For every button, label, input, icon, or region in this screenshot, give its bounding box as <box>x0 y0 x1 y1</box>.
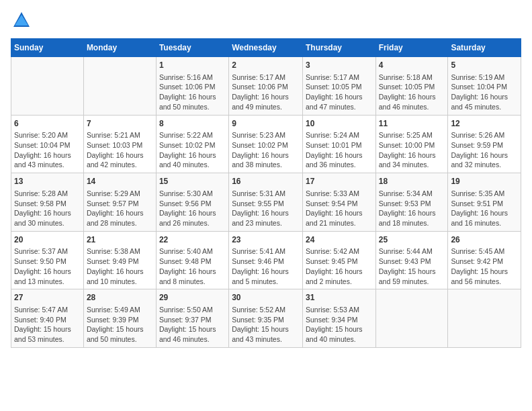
calendar-cell: 19Sunrise: 5:35 AM Sunset: 9:51 PM Dayli… <box>448 173 521 232</box>
day-number: 13 <box>14 176 81 187</box>
calendar-cell: 3Sunrise: 5:17 AM Sunset: 10:05 PM Dayli… <box>302 57 375 116</box>
cell-content: Sunrise: 5:31 AM Sunset: 9:55 PM Dayligh… <box>232 189 300 228</box>
calendar-cell <box>83 57 156 116</box>
calendar-cell: 11Sunrise: 5:25 AM Sunset: 10:00 PM Dayl… <box>375 115 448 173</box>
cell-content: Sunrise: 5:24 AM Sunset: 10:01 PM Daylig… <box>306 130 373 170</box>
cell-content: Sunrise: 5:25 AM Sunset: 10:00 PM Daylig… <box>379 130 445 170</box>
day-number: 16 <box>232 176 300 187</box>
day-number: 9 <box>232 118 300 130</box>
day-number: 15 <box>159 176 226 187</box>
calendar-cell: 7Sunrise: 5:21 AM Sunset: 10:03 PM Dayli… <box>83 115 156 173</box>
cell-content: Sunrise: 5:20 AM Sunset: 10:04 PM Daylig… <box>14 130 81 170</box>
cell-content: Sunrise: 5:45 AM Sunset: 9:42 PM Dayligh… <box>451 246 518 286</box>
day-number: 6 <box>14 118 81 130</box>
calendar-cell: 31Sunrise: 5:53 AM Sunset: 9:34 PM Dayli… <box>302 289 375 348</box>
day-number: 25 <box>379 234 445 246</box>
cell-content: Sunrise: 5:17 AM Sunset: 10:06 PM Daylig… <box>232 73 300 112</box>
svg-marker-1 <box>15 15 28 26</box>
weekday-header: Friday <box>375 39 448 57</box>
logo-text <box>11 11 31 33</box>
cell-content: Sunrise: 5:44 AM Sunset: 9:43 PM Dayligh… <box>379 246 445 286</box>
day-number: 7 <box>87 118 153 130</box>
weekday-header: Thursday <box>302 39 375 57</box>
calendar-cell: 8Sunrise: 5:22 AM Sunset: 10:02 PM Dayli… <box>156 115 228 173</box>
calendar-header: SundayMondayTuesdayWednesdayThursdayFrid… <box>11 39 521 57</box>
calendar-cell: 22Sunrise: 5:40 AM Sunset: 9:48 PM Dayli… <box>156 231 228 289</box>
cell-content: Sunrise: 5:16 AM Sunset: 10:06 PM Daylig… <box>159 73 226 112</box>
day-number: 27 <box>14 292 81 304</box>
cell-content: Sunrise: 5:30 AM Sunset: 9:56 PM Dayligh… <box>159 189 226 228</box>
calendar-cell: 13Sunrise: 5:28 AM Sunset: 9:58 PM Dayli… <box>11 173 84 232</box>
calendar-cell: 14Sunrise: 5:29 AM Sunset: 9:57 PM Dayli… <box>83 173 156 232</box>
cell-content: Sunrise: 5:19 AM Sunset: 10:04 PM Daylig… <box>451 73 518 112</box>
calendar-cell: 16Sunrise: 5:31 AM Sunset: 9:55 PM Dayli… <box>229 173 303 232</box>
calendar-week: 20Sunrise: 5:37 AM Sunset: 9:50 PM Dayli… <box>11 231 521 289</box>
cell-content: Sunrise: 5:38 AM Sunset: 9:49 PM Dayligh… <box>87 246 153 286</box>
cell-content: Sunrise: 5:29 AM Sunset: 9:57 PM Dayligh… <box>87 189 153 228</box>
day-number: 2 <box>232 60 300 71</box>
cell-content: Sunrise: 5:37 AM Sunset: 9:50 PM Dayligh… <box>14 246 81 286</box>
calendar-week: 6Sunrise: 5:20 AM Sunset: 10:04 PM Dayli… <box>11 115 521 173</box>
day-number: 17 <box>306 176 373 187</box>
calendar-week: 27Sunrise: 5:47 AM Sunset: 9:40 PM Dayli… <box>11 289 521 348</box>
calendar-cell: 24Sunrise: 5:42 AM Sunset: 9:45 PM Dayli… <box>302 231 375 289</box>
calendar-cell <box>11 57 84 116</box>
cell-content: Sunrise: 5:35 AM Sunset: 9:51 PM Dayligh… <box>451 189 518 228</box>
cell-content: Sunrise: 5:18 AM Sunset: 10:05 PM Daylig… <box>379 73 445 112</box>
cell-content: Sunrise: 5:33 AM Sunset: 9:54 PM Dayligh… <box>306 189 373 228</box>
day-number: 21 <box>87 234 153 246</box>
cell-content: Sunrise: 5:41 AM Sunset: 9:46 PM Dayligh… <box>232 246 300 286</box>
day-number: 28 <box>87 292 153 304</box>
calendar-cell: 5Sunrise: 5:19 AM Sunset: 10:04 PM Dayli… <box>448 57 521 116</box>
calendar-cell: 23Sunrise: 5:41 AM Sunset: 9:46 PM Dayli… <box>229 231 303 289</box>
calendar-table: SundayMondayTuesdayWednesdayThursdayFrid… <box>11 38 521 348</box>
cell-content: Sunrise: 5:52 AM Sunset: 9:35 PM Dayligh… <box>232 305 300 345</box>
calendar-cell: 27Sunrise: 5:47 AM Sunset: 9:40 PM Dayli… <box>11 289 84 348</box>
cell-content: Sunrise: 5:47 AM Sunset: 9:40 PM Dayligh… <box>14 305 81 345</box>
day-number: 3 <box>306 60 373 71</box>
weekday-header: Wednesday <box>229 39 303 57</box>
calendar-week: 13Sunrise: 5:28 AM Sunset: 9:58 PM Dayli… <box>11 173 521 232</box>
day-number: 14 <box>87 176 153 187</box>
weekday-header: Saturday <box>448 39 521 57</box>
cell-content: Sunrise: 5:50 AM Sunset: 9:37 PM Dayligh… <box>159 305 226 345</box>
calendar-cell: 25Sunrise: 5:44 AM Sunset: 9:43 PM Dayli… <box>375 231 448 289</box>
calendar-cell: 10Sunrise: 5:24 AM Sunset: 10:01 PM Dayl… <box>302 115 375 173</box>
day-number: 30 <box>232 292 300 304</box>
calendar-cell: 21Sunrise: 5:38 AM Sunset: 9:49 PM Dayli… <box>83 231 156 289</box>
day-number: 26 <box>451 234 518 246</box>
cell-content: Sunrise: 5:21 AM Sunset: 10:03 PM Daylig… <box>87 130 153 170</box>
calendar-cell: 1Sunrise: 5:16 AM Sunset: 10:06 PM Dayli… <box>156 57 228 116</box>
calendar-cell: 17Sunrise: 5:33 AM Sunset: 9:54 PM Dayli… <box>302 173 375 232</box>
day-number: 23 <box>232 234 300 246</box>
calendar-cell: 2Sunrise: 5:17 AM Sunset: 10:06 PM Dayli… <box>229 57 303 116</box>
calendar-cell: 9Sunrise: 5:23 AM Sunset: 10:02 PM Dayli… <box>229 115 303 173</box>
cell-content: Sunrise: 5:49 AM Sunset: 9:39 PM Dayligh… <box>87 305 153 345</box>
calendar-cell <box>448 289 521 348</box>
day-number: 19 <box>451 176 518 187</box>
logo-icon <box>12 11 31 30</box>
calendar-cell: 30Sunrise: 5:52 AM Sunset: 9:35 PM Dayli… <box>229 289 303 348</box>
cell-content: Sunrise: 5:28 AM Sunset: 9:58 PM Dayligh… <box>14 189 81 228</box>
day-number: 11 <box>379 118 445 130</box>
cell-content: Sunrise: 5:22 AM Sunset: 10:02 PM Daylig… <box>159 130 226 170</box>
calendar-cell: 12Sunrise: 5:26 AM Sunset: 9:59 PM Dayli… <box>448 115 521 173</box>
day-number: 20 <box>14 234 81 246</box>
cell-content: Sunrise: 5:17 AM Sunset: 10:05 PM Daylig… <box>306 73 373 112</box>
cell-content: Sunrise: 5:53 AM Sunset: 9:34 PM Dayligh… <box>306 305 373 345</box>
calendar-cell: 20Sunrise: 5:37 AM Sunset: 9:50 PM Dayli… <box>11 231 84 289</box>
day-number: 31 <box>306 292 373 304</box>
day-number: 24 <box>306 234 373 246</box>
calendar-cell: 26Sunrise: 5:45 AM Sunset: 9:42 PM Dayli… <box>448 231 521 289</box>
weekday-header: Tuesday <box>156 39 228 57</box>
day-number: 1 <box>159 60 226 71</box>
calendar-cell: 15Sunrise: 5:30 AM Sunset: 9:56 PM Dayli… <box>156 173 228 232</box>
calendar-cell: 4Sunrise: 5:18 AM Sunset: 10:05 PM Dayli… <box>375 57 448 116</box>
day-number: 10 <box>306 118 373 130</box>
day-number: 4 <box>379 60 445 71</box>
cell-content: Sunrise: 5:40 AM Sunset: 9:48 PM Dayligh… <box>159 246 226 286</box>
logo <box>11 11 31 33</box>
day-number: 22 <box>159 234 226 246</box>
weekday-header: Sunday <box>11 39 84 57</box>
calendar-cell: 28Sunrise: 5:49 AM Sunset: 9:39 PM Dayli… <box>83 289 156 348</box>
